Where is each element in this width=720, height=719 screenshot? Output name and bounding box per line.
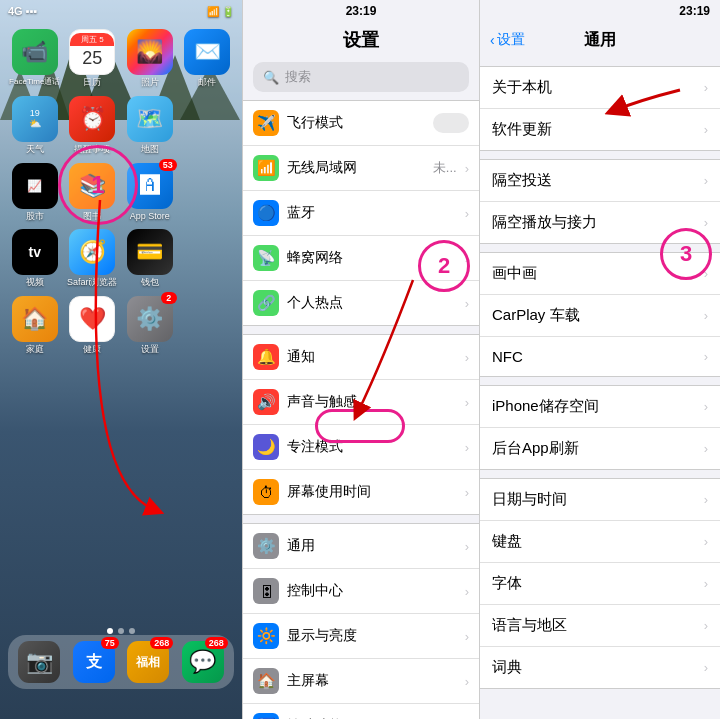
settings-row-focus[interactable]: 🌙 专注模式 › xyxy=(243,425,479,470)
dock-wechat[interactable]: 💬 268 xyxy=(182,641,224,683)
dictionary-label: 词典 xyxy=(492,658,704,677)
settings-row-notifications[interactable]: 🔔 通知 › xyxy=(243,335,479,380)
dock-camera[interactable]: 📷 xyxy=(18,641,60,683)
dock-alipay[interactable]: 支 75 xyxy=(73,641,115,683)
settings-row-wifi[interactable]: 📶 无线局域网 未... › xyxy=(243,146,479,191)
app-label-maps: 地图 xyxy=(141,144,159,155)
dock-icon-futu: 福相 268 xyxy=(127,641,169,683)
screentime-label: 屏幕使用时间 xyxy=(287,483,457,501)
bgrefresh-chevron: › xyxy=(704,441,708,456)
general-row-language[interactable]: 语言与地区 › xyxy=(480,605,720,647)
settings-row-accessibility[interactable]: ♿ 辅助功能 › xyxy=(243,704,479,719)
display-icon: 🔆 xyxy=(253,623,279,649)
iphone-homescreen: 4G ▪▪▪ 📶 🔋 📹 FaceTime通话 周五 5 25 日历 🌄 照片 … xyxy=(0,0,242,719)
notifications-label: 通知 xyxy=(287,348,457,366)
general-row-about[interactable]: 关于本机 › xyxy=(480,67,720,109)
app-stocks[interactable]: 📈 股市 xyxy=(8,163,62,222)
keyboard-chevron: › xyxy=(704,534,708,549)
settings-row-screentime[interactable]: ⏱ 屏幕使用时间 › xyxy=(243,470,479,514)
sounds-chevron: › xyxy=(465,395,469,410)
app-wallet[interactable]: 💳 钱包 xyxy=(123,229,177,288)
datetime-chevron: › xyxy=(704,492,708,507)
app-facetime[interactable]: 📹 FaceTime通话 xyxy=(8,29,62,88)
controlcenter-label: 控制中心 xyxy=(287,582,457,600)
app-home[interactable]: 🏠 家庭 xyxy=(8,296,62,355)
annotation-circle-1: 1 xyxy=(58,145,138,225)
settings-row-sounds[interactable]: 🔊 声音与触感 › xyxy=(243,380,479,425)
hotspot-chevron: › xyxy=(465,296,469,311)
focus-label: 专注模式 xyxy=(287,438,457,456)
airplane-toggle[interactable] xyxy=(433,113,469,133)
app-tv[interactable]: tv 视频 xyxy=(8,229,62,288)
back-chevron-icon: ‹ xyxy=(490,32,495,48)
back-button[interactable]: ‹ 设置 xyxy=(490,31,525,49)
airplane-icon: ✈️ xyxy=(253,110,279,136)
settings-section-general: ⚙️ 通用 › 🎛 控制中心 › 🔆 显示与亮度 › 🏠 主屏幕 › ♿ 辅助功… xyxy=(243,523,479,719)
app-calendar[interactable]: 周五 5 25 日历 xyxy=(66,29,120,88)
general-row-carplay[interactable]: CarPlay 车载 › xyxy=(480,295,720,337)
settings-row-homescreen[interactable]: 🏠 主屏幕 › xyxy=(243,659,479,704)
app-maps[interactable]: 🗺️ 地图 xyxy=(123,96,177,155)
general-row-dictionary[interactable]: 词典 › xyxy=(480,647,720,688)
app-photos[interactable]: 🌄 照片 xyxy=(123,29,177,88)
accessibility-icon: ♿ xyxy=(253,713,279,719)
general-row-pip[interactable]: 画中画 › xyxy=(480,253,720,295)
general-row-nfc[interactable]: NFC › xyxy=(480,337,720,376)
app-label-photos: 照片 xyxy=(141,77,159,88)
settings-title-text: 设置 xyxy=(343,28,379,52)
app-label-facetime: FaceTime通话 xyxy=(9,77,60,87)
settings-row-display[interactable]: 🔆 显示与亮度 › xyxy=(243,614,479,659)
app-mail[interactable]: ✉️ 邮件 xyxy=(181,29,235,88)
general-row-keyboard[interactable]: 键盘 › xyxy=(480,521,720,563)
settings-search-bar[interactable]: 🔍 搜索 xyxy=(253,62,469,92)
app-label-home: 家庭 xyxy=(26,344,44,355)
general-panel: 23:19 ‹ 设置 通用 关于本机 › 软件更新 › 隔空投送 › 隔空播放与… xyxy=(480,0,720,719)
display-chevron: › xyxy=(465,629,469,644)
general-row-airdrop[interactable]: 隔空投送 › xyxy=(480,160,720,202)
datetime-label: 日期与时间 xyxy=(492,490,704,509)
about-chevron: › xyxy=(704,80,708,95)
display-label: 显示与亮度 xyxy=(287,627,457,645)
wifi-chevron: › xyxy=(465,161,469,176)
settings-section-notify: 🔔 通知 › 🔊 声音与触感 › 🌙 专注模式 › ⏱ 屏幕使用时间 › xyxy=(243,334,479,515)
app-label-weather: 天气 xyxy=(26,144,44,155)
app-weather[interactable]: 19 ⛅ 天气 xyxy=(8,96,62,155)
app-icon-weather: 19 ⛅ xyxy=(12,96,58,142)
airplay-chevron: › xyxy=(704,215,708,230)
app-empty1 xyxy=(181,96,235,155)
app-safari[interactable]: 🧭 Safari浏览器 xyxy=(66,229,120,288)
dock-futu[interactable]: 福相 268 xyxy=(127,641,169,683)
dock: 📷 支 75 福相 268 💬 268 xyxy=(8,635,234,689)
settings-row-airplane[interactable]: ✈️ 飞行模式 xyxy=(243,101,479,146)
settings-row-general[interactable]: ⚙️ 通用 › xyxy=(243,524,479,569)
app-settings[interactable]: ⚙️ 2 设置 xyxy=(123,296,177,355)
airdrop-label: 隔空投送 xyxy=(492,171,704,190)
general-time: 23:19 xyxy=(679,4,710,18)
controlcenter-chevron: › xyxy=(465,584,469,599)
app-icon-calendar: 周五 5 25 xyxy=(69,29,115,75)
focus-chevron: › xyxy=(465,440,469,455)
dictionary-chevron: › xyxy=(704,660,708,675)
notifications-chevron: › xyxy=(465,350,469,365)
hotspot-icon: 🔗 xyxy=(253,290,279,316)
general-row-storage[interactable]: iPhone储存空间 › xyxy=(480,386,720,428)
dock-icon-camera: 📷 xyxy=(18,641,60,683)
app-health[interactable]: ❤️ 健康 xyxy=(66,296,120,355)
nfc-label: NFC xyxy=(492,348,704,365)
general-row-update[interactable]: 软件更新 › xyxy=(480,109,720,150)
bluetooth-icon: 🔵 xyxy=(253,200,279,226)
status-bar: 4G ▪▪▪ 📶 🔋 xyxy=(0,0,242,22)
general-row-datetime[interactable]: 日期与时间 › xyxy=(480,479,720,521)
screentime-icon: ⏱ xyxy=(253,479,279,505)
general-row-bgrefresh[interactable]: 后台App刷新 › xyxy=(480,428,720,469)
general-section-about: 关于本机 › 软件更新 › xyxy=(480,66,720,151)
dot-1 xyxy=(107,628,113,634)
cellular-icon: 📡 xyxy=(253,245,279,271)
general-row-airplay[interactable]: 隔空播放与接力 › xyxy=(480,202,720,243)
general-row-fonts[interactable]: 字体 › xyxy=(480,563,720,605)
homescreen-icon: 🏠 xyxy=(253,668,279,694)
fonts-chevron: › xyxy=(704,576,708,591)
general-statusbar: 23:19 xyxy=(480,0,720,22)
settings-row-bluetooth[interactable]: 🔵 蓝牙 › xyxy=(243,191,479,236)
settings-row-controlcenter[interactable]: 🎛 控制中心 › xyxy=(243,569,479,614)
